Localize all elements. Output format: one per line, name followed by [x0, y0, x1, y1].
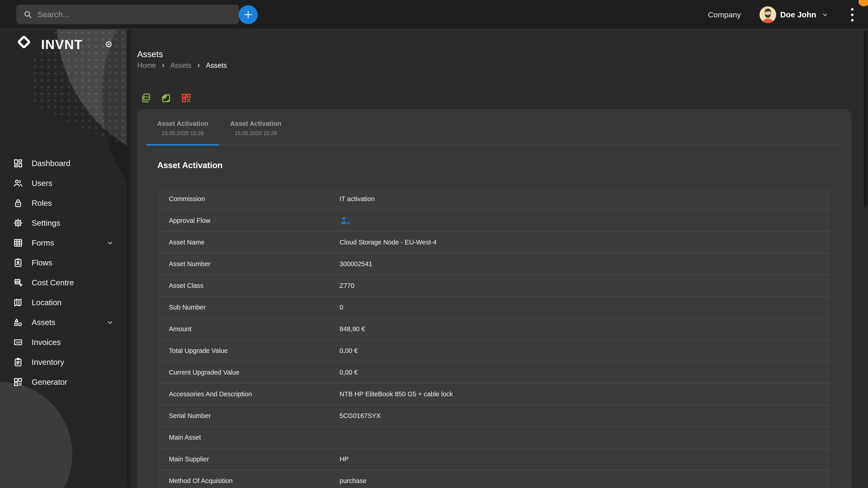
- sidebar-item-label: Flows: [32, 258, 52, 267]
- svg-text:100: 100: [16, 341, 21, 344]
- sidebar-item-invoices[interactable]: 100 Invoices: [0, 332, 127, 352]
- chevron-right-icon: [196, 63, 202, 68]
- brand-name: INVNT: [41, 37, 83, 52]
- approval-flow-people-icon[interactable]: [340, 215, 351, 226]
- notification-dot: [859, 0, 868, 6]
- qr-code-red-icon[interactable]: [181, 93, 192, 103]
- search-icon: [23, 10, 33, 19]
- content-card: Asset Activation 15.05.2020 15:26 Asset …: [137, 109, 851, 488]
- sidebar-item-label: Invoices: [32, 338, 61, 347]
- table-row: Main Supplier HP: [157, 449, 831, 470]
- toolbar: PDF: [140, 93, 192, 103]
- row-label: Sub Number: [169, 304, 340, 311]
- sidebar-item-generator[interactable]: Generator: [0, 372, 127, 392]
- sidebar-art-shape: [0, 382, 72, 488]
- table-row: Asset Name Cloud Storage Node - EU-West-…: [157, 232, 831, 253]
- sidebar-item-roles[interactable]: Roles: [0, 193, 127, 213]
- vertical-scrollbar[interactable]: [864, 31, 867, 206]
- svg-text:PDF: PDF: [144, 96, 149, 98]
- row-value: [340, 215, 351, 226]
- breadcrumb-assets[interactable]: Assets: [170, 61, 191, 70]
- sidebar-item-label: Location: [32, 298, 61, 307]
- shapes-icon: [13, 318, 23, 327]
- table-row: Amount 848,90 €: [157, 318, 831, 340]
- sidebar-item-location[interactable]: Location: [0, 293, 127, 313]
- row-label: Current Upgraded Value: [169, 369, 340, 376]
- sidebar-item-assets[interactable]: Assets: [0, 313, 127, 332]
- sidebar-item-label: Settings: [32, 219, 60, 228]
- row-value: NTB HP EliteBook 850 G5 + cable lock: [340, 390, 453, 398]
- sign-export-icon[interactable]: [160, 93, 171, 103]
- sidebar-item-forms[interactable]: Forms: [0, 233, 127, 253]
- add-button[interactable]: [239, 5, 258, 24]
- table-row: Total Upgrade Value 0,00 €: [157, 340, 831, 362]
- row-label: Amount: [169, 325, 340, 333]
- row-value: Z770: [340, 282, 354, 289]
- gear-icon: [13, 218, 23, 228]
- pdf-export-icon[interactable]: PDF: [140, 93, 151, 103]
- section-title: Asset Activation: [157, 161, 223, 170]
- sidebar-item-label: Cost Centre: [32, 278, 74, 287]
- breadcrumb-home[interactable]: Home: [137, 61, 156, 70]
- sidebar-nav: Dashboard Users Roles: [0, 153, 127, 392]
- user-name[interactable]: Doe John: [780, 10, 816, 19]
- topbar-right: Company Doe John: [708, 0, 855, 29]
- store-plus-icon: [13, 278, 23, 288]
- sidebar-item-settings[interactable]: Settings: [0, 213, 127, 233]
- table-row: Main Asset: [157, 427, 831, 449]
- row-value: Cloud Storage Node - EU-West-4: [340, 238, 437, 246]
- table-row: Method Of Acquisition purchase: [157, 470, 831, 488]
- tab-date: 15.05.2020 15:26: [162, 130, 204, 136]
- row-label: Asset Class: [169, 282, 340, 289]
- tab-asset-activation-1[interactable]: Asset Activation 15.05.2020 15:26: [146, 109, 219, 145]
- grid-icon: [13, 238, 23, 248]
- sidebar-item-label: Assets: [32, 318, 55, 327]
- chevron-down-icon[interactable]: [822, 11, 829, 18]
- sidebar-item-cost-centre[interactable]: Cost Centre: [0, 273, 127, 293]
- row-label: Serial Number: [169, 412, 340, 420]
- row-value: 0,00 €: [340, 347, 358, 355]
- tab-label: Asset Activation: [230, 120, 281, 127]
- page-title: Assets: [137, 50, 163, 59]
- brand-logo: INVNT: [0, 29, 127, 59]
- table-row: Serial Number 5CG0167SYX: [157, 405, 831, 427]
- row-value: 0,00 €: [340, 369, 358, 376]
- map-icon: [13, 297, 23, 307]
- row-label: Accessories And Description: [169, 390, 340, 398]
- qr-code-icon: [13, 377, 23, 387]
- sidebar-item-dashboard[interactable]: Dashboard: [0, 153, 127, 173]
- badge-icon: [13, 258, 23, 268]
- tab-asset-activation-2[interactable]: Asset Activation 15.05.2020 15:26: [219, 109, 292, 145]
- row-label: Total Upgrade Value: [169, 347, 340, 355]
- sidebar-toggle-icon[interactable]: [106, 41, 112, 47]
- topbar: Company Doe John: [0, 0, 868, 29]
- tab-date: 15.05.2020 15:26: [235, 130, 277, 136]
- sidebar-item-inventory[interactable]: Inventory: [0, 352, 127, 372]
- row-value: HP: [340, 455, 348, 463]
- row-label: Commission: [169, 195, 340, 203]
- sidebar-item-users[interactable]: Users: [0, 173, 127, 193]
- users-icon: [13, 178, 23, 188]
- row-value: 848,90 €: [340, 325, 365, 333]
- row-value: 5CG0167SYX: [340, 412, 381, 420]
- sidebar: INVNT Dashboard Users: [0, 29, 127, 488]
- chevron-down-icon: [106, 239, 114, 247]
- row-label: Asset Name: [169, 238, 340, 246]
- sidebar-item-label: Dashboard: [32, 159, 70, 168]
- tab-label: Asset Activation: [157, 120, 208, 127]
- search-field[interactable]: [37, 10, 223, 19]
- row-value: 300002541: [340, 260, 372, 268]
- row-label: Asset Number: [169, 260, 340, 268]
- diamond-logo-icon: [17, 35, 31, 49]
- row-value: 0: [340, 304, 343, 311]
- row-label: Main Asset: [169, 434, 340, 441]
- table-row: Asset Class Z770: [157, 275, 831, 297]
- sidebar-item-flows[interactable]: Flows: [0, 253, 127, 273]
- table-row: Commission IT activation: [157, 188, 831, 210]
- avatar[interactable]: [760, 6, 776, 23]
- search-input[interactable]: [16, 5, 239, 24]
- kebab-menu-icon[interactable]: [849, 6, 855, 23]
- row-label: Approval Flow: [169, 217, 340, 224]
- breadcrumb: Home Assets Assets: [137, 61, 227, 70]
- sidebar-item-label: Users: [32, 179, 52, 188]
